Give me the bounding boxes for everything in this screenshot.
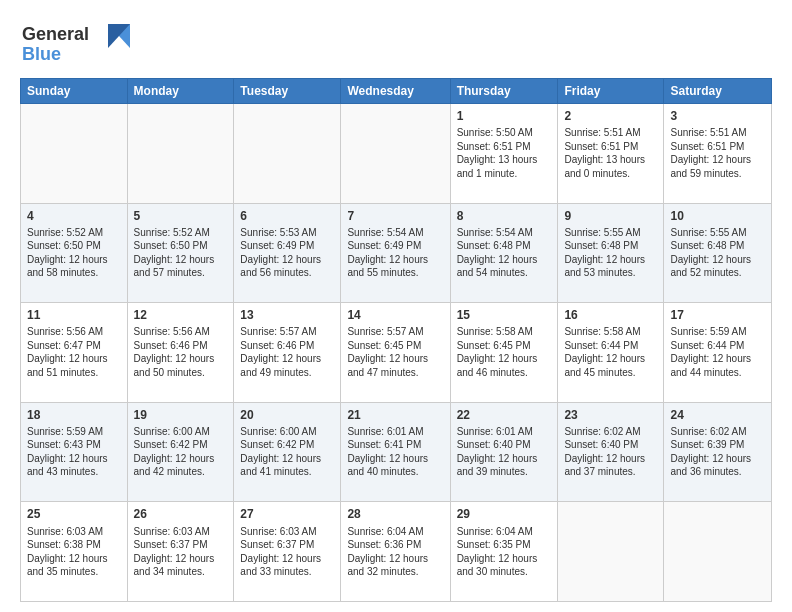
day-info: Daylight: 12 hours and 42 minutes. [134, 452, 228, 479]
day-number: 7 [347, 208, 443, 224]
day-info: Daylight: 12 hours and 54 minutes. [457, 253, 552, 280]
week-row-5: 25Sunrise: 6:03 AMSunset: 6:38 PMDayligh… [21, 502, 772, 602]
day-number: 16 [564, 307, 657, 323]
day-info: Sunrise: 5:58 AM [564, 325, 657, 339]
calendar-cell [664, 502, 772, 602]
day-info: Daylight: 12 hours and 34 minutes. [134, 552, 228, 579]
day-info: Sunset: 6:51 PM [670, 140, 765, 154]
day-number: 26 [134, 506, 228, 522]
day-info: Daylight: 12 hours and 52 minutes. [670, 253, 765, 280]
day-number: 21 [347, 407, 443, 423]
weekday-header-monday: Monday [127, 79, 234, 104]
day-info: Sunset: 6:45 PM [347, 339, 443, 353]
calendar-cell: 11Sunrise: 5:56 AMSunset: 6:47 PMDayligh… [21, 303, 128, 403]
day-info: Sunset: 6:40 PM [564, 438, 657, 452]
day-info: Daylight: 12 hours and 50 minutes. [134, 352, 228, 379]
day-info: Daylight: 12 hours and 56 minutes. [240, 253, 334, 280]
day-number: 23 [564, 407, 657, 423]
svg-text:Blue: Blue [22, 44, 61, 64]
day-info: Daylight: 12 hours and 58 minutes. [27, 253, 121, 280]
day-info: Sunrise: 5:53 AM [240, 226, 334, 240]
day-number: 13 [240, 307, 334, 323]
day-number: 3 [670, 108, 765, 124]
page: General Blue SundayMondayTuesdayWednesda… [0, 0, 792, 612]
day-info: Sunset: 6:49 PM [347, 239, 443, 253]
day-info: Sunrise: 5:59 AM [27, 425, 121, 439]
day-info: Sunrise: 5:54 AM [457, 226, 552, 240]
calendar-cell: 14Sunrise: 5:57 AMSunset: 6:45 PMDayligh… [341, 303, 450, 403]
day-number: 11 [27, 307, 121, 323]
day-info: Sunrise: 5:51 AM [564, 126, 657, 140]
weekday-header-tuesday: Tuesday [234, 79, 341, 104]
day-number: 2 [564, 108, 657, 124]
day-info: Sunrise: 5:57 AM [347, 325, 443, 339]
day-number: 10 [670, 208, 765, 224]
day-info: Daylight: 13 hours and 0 minutes. [564, 153, 657, 180]
day-info: Sunrise: 6:02 AM [564, 425, 657, 439]
day-number: 14 [347, 307, 443, 323]
day-info: Sunrise: 5:57 AM [240, 325, 334, 339]
calendar-cell [558, 502, 664, 602]
day-info: Sunset: 6:40 PM [457, 438, 552, 452]
day-info: Sunrise: 5:54 AM [347, 226, 443, 240]
day-info: Sunrise: 6:04 AM [347, 525, 443, 539]
day-info: Sunset: 6:46 PM [240, 339, 334, 353]
weekday-header-thursday: Thursday [450, 79, 558, 104]
day-info: Daylight: 12 hours and 46 minutes. [457, 352, 552, 379]
day-info: Sunset: 6:48 PM [564, 239, 657, 253]
calendar-cell: 27Sunrise: 6:03 AMSunset: 6:37 PMDayligh… [234, 502, 341, 602]
day-info: Daylight: 12 hours and 59 minutes. [670, 153, 765, 180]
week-row-2: 4Sunrise: 5:52 AMSunset: 6:50 PMDaylight… [21, 203, 772, 303]
day-info: Sunset: 6:38 PM [27, 538, 121, 552]
day-info: Daylight: 12 hours and 45 minutes. [564, 352, 657, 379]
day-info: Sunrise: 5:56 AM [134, 325, 228, 339]
day-info: Sunrise: 6:02 AM [670, 425, 765, 439]
day-number: 5 [134, 208, 228, 224]
day-info: Sunrise: 5:59 AM [670, 325, 765, 339]
calendar-cell: 29Sunrise: 6:04 AMSunset: 6:35 PMDayligh… [450, 502, 558, 602]
day-number: 8 [457, 208, 552, 224]
day-info: Sunrise: 5:56 AM [27, 325, 121, 339]
day-info: Sunrise: 5:51 AM [670, 126, 765, 140]
day-info: Sunrise: 5:52 AM [27, 226, 121, 240]
day-info: Daylight: 13 hours and 1 minute. [457, 153, 552, 180]
day-info: Daylight: 12 hours and 37 minutes. [564, 452, 657, 479]
day-info: Sunset: 6:42 PM [134, 438, 228, 452]
day-info: Sunset: 6:45 PM [457, 339, 552, 353]
calendar-cell: 20Sunrise: 6:00 AMSunset: 6:42 PMDayligh… [234, 402, 341, 502]
week-row-4: 18Sunrise: 5:59 AMSunset: 6:43 PMDayligh… [21, 402, 772, 502]
day-number: 15 [457, 307, 552, 323]
calendar-cell: 8Sunrise: 5:54 AMSunset: 6:48 PMDaylight… [450, 203, 558, 303]
day-number: 1 [457, 108, 552, 124]
weekday-header-sunday: Sunday [21, 79, 128, 104]
day-info: Sunrise: 6:03 AM [134, 525, 228, 539]
day-info: Daylight: 12 hours and 51 minutes. [27, 352, 121, 379]
calendar-cell: 22Sunrise: 6:01 AMSunset: 6:40 PMDayligh… [450, 402, 558, 502]
calendar-table: SundayMondayTuesdayWednesdayThursdayFrid… [20, 78, 772, 602]
day-number: 24 [670, 407, 765, 423]
calendar-cell: 1Sunrise: 5:50 AMSunset: 6:51 PMDaylight… [450, 104, 558, 204]
day-info: Sunrise: 5:55 AM [564, 226, 657, 240]
day-info: Daylight: 12 hours and 55 minutes. [347, 253, 443, 280]
calendar-cell: 24Sunrise: 6:02 AMSunset: 6:39 PMDayligh… [664, 402, 772, 502]
day-number: 25 [27, 506, 121, 522]
calendar-cell: 21Sunrise: 6:01 AMSunset: 6:41 PMDayligh… [341, 402, 450, 502]
day-info: Daylight: 12 hours and 33 minutes. [240, 552, 334, 579]
day-info: Sunset: 6:37 PM [134, 538, 228, 552]
calendar-cell: 4Sunrise: 5:52 AMSunset: 6:50 PMDaylight… [21, 203, 128, 303]
header: General Blue [20, 16, 772, 68]
calendar-cell: 3Sunrise: 5:51 AMSunset: 6:51 PMDaylight… [664, 104, 772, 204]
day-number: 27 [240, 506, 334, 522]
calendar-cell: 26Sunrise: 6:03 AMSunset: 6:37 PMDayligh… [127, 502, 234, 602]
calendar-cell: 23Sunrise: 6:02 AMSunset: 6:40 PMDayligh… [558, 402, 664, 502]
day-info: Daylight: 12 hours and 41 minutes. [240, 452, 334, 479]
calendar-cell: 25Sunrise: 6:03 AMSunset: 6:38 PMDayligh… [21, 502, 128, 602]
day-info: Sunset: 6:51 PM [564, 140, 657, 154]
day-info: Sunrise: 5:58 AM [457, 325, 552, 339]
day-info: Daylight: 12 hours and 30 minutes. [457, 552, 552, 579]
day-number: 12 [134, 307, 228, 323]
day-info: Daylight: 12 hours and 32 minutes. [347, 552, 443, 579]
day-info: Daylight: 12 hours and 53 minutes. [564, 253, 657, 280]
calendar-cell [21, 104, 128, 204]
day-number: 18 [27, 407, 121, 423]
